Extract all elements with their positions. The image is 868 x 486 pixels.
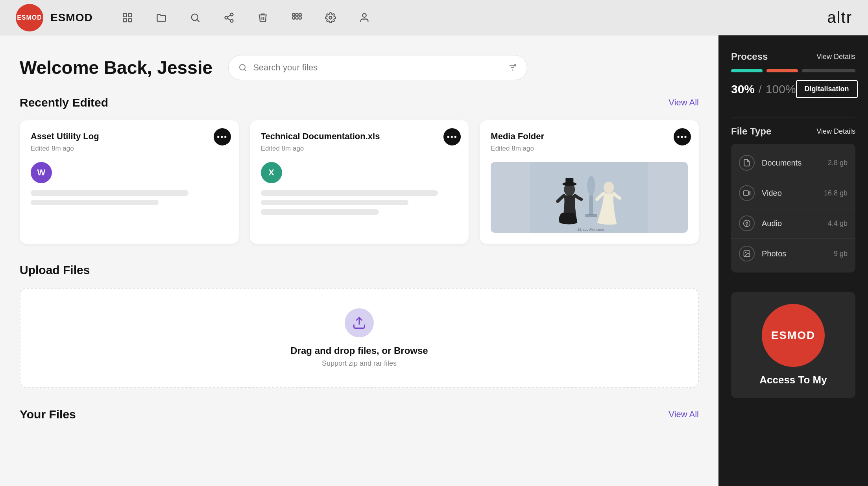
file-type-item-audio: Audio 4.4 gb xyxy=(731,208,855,239)
file-type-title: File Type xyxy=(731,126,771,137)
svg-point-8 xyxy=(230,19,233,22)
your-files-title: Your Files xyxy=(20,408,76,421)
file-type-header: File Type View Details xyxy=(731,126,855,137)
documents-size: 2.8 gb xyxy=(828,159,848,167)
top-row: Welcome Back, Jessie xyxy=(20,55,699,80)
digitalization-button[interactable]: Digitalisation xyxy=(796,80,858,98)
brand-logo: ESMOD xyxy=(16,4,43,31)
svg-rect-36 xyxy=(744,191,749,195)
filter-icon[interactable] xyxy=(508,63,517,72)
file-type-item-photos: Photos 9 gb xyxy=(731,239,855,269)
search-input[interactable] xyxy=(253,63,502,73)
process-separator: / xyxy=(759,83,762,96)
upload-section-header: Upload Files xyxy=(20,263,699,277)
card-menu-button-1[interactable]: ••• xyxy=(214,128,231,145)
file-type-view-details[interactable]: View Details xyxy=(816,127,855,136)
panel-divider-1 xyxy=(731,118,855,118)
file-type-item-video: Video 16.8 gb xyxy=(731,178,855,208)
file-card-title-3: Media Folder xyxy=(491,131,688,142)
your-files-view-all[interactable]: View All xyxy=(669,409,699,420)
file-card-title-2: Technical Documentation.xls xyxy=(261,131,458,142)
video-size: 16.8 gb xyxy=(824,189,848,197)
file-card-title-1: Asset Utility Log xyxy=(31,131,228,142)
upload-main-text: Drag and drop files, or Browse xyxy=(290,345,428,356)
file-card-avatar-2: X xyxy=(261,162,282,183)
search-bar[interactable] xyxy=(228,55,527,80)
upload-area[interactable]: Drag and drop files, or Browse Support z… xyxy=(20,288,699,388)
svg-rect-15 xyxy=(295,17,298,19)
nav-apps-icon[interactable] xyxy=(290,11,304,25)
process-bars xyxy=(731,69,855,72)
card-line xyxy=(31,200,159,205)
svg-point-31 xyxy=(587,176,595,195)
top-navigation: ESMOD ESMOD altr xyxy=(0,0,868,35)
welcome-heading: Welcome Back, Jessie xyxy=(20,57,212,78)
nav-search-icon[interactable] xyxy=(188,11,202,25)
svg-point-30 xyxy=(604,182,614,193)
card-menu-button-2[interactable]: ••• xyxy=(443,128,461,145)
card-menu-button-3[interactable]: ••• xyxy=(674,128,691,145)
process-percent: 30% xyxy=(731,83,755,96)
photos-icon xyxy=(739,246,755,261)
card-line xyxy=(261,200,409,205)
svg-line-20 xyxy=(245,70,246,71)
upload-sub-text: Support zip and rar files xyxy=(322,359,397,368)
svg-rect-29 xyxy=(566,178,574,184)
video-icon xyxy=(739,185,755,201)
nav-folder-icon[interactable] xyxy=(154,11,168,25)
svg-point-24 xyxy=(514,64,516,66)
logo-area: ESMOD ESMOD xyxy=(16,4,93,31)
svg-rect-3 xyxy=(128,18,131,22)
process-bar-gray xyxy=(802,69,855,72)
svg-rect-32 xyxy=(589,195,593,215)
documents-label: Documents xyxy=(762,158,821,168)
process-header: Process View Details xyxy=(731,51,855,62)
svg-rect-1 xyxy=(128,13,131,17)
vintage-illustration: 15, rue Richelieu xyxy=(491,162,688,233)
svg-point-39 xyxy=(746,223,748,225)
svg-point-18 xyxy=(362,13,366,17)
file-type-list: Documents 2.8 gb Video 16.8 gb xyxy=(731,144,855,272)
audio-label: Audio xyxy=(762,219,821,228)
recently-edited-title: Recently Edited xyxy=(20,96,108,109)
svg-point-19 xyxy=(240,64,245,70)
file-card-technical: ••• Technical Documentation.xls Edited 8… xyxy=(250,120,469,244)
promo-logo-circle: ESMOD xyxy=(762,304,825,367)
video-label: Video xyxy=(762,189,817,198)
nav-settings-icon[interactable] xyxy=(323,11,338,25)
brand-name: ESMOD xyxy=(50,11,93,24)
nav-grid-icon[interactable] xyxy=(120,11,135,25)
svg-line-9 xyxy=(227,18,231,20)
process-view-details[interactable]: View Details xyxy=(816,53,855,61)
svg-rect-11 xyxy=(292,13,295,16)
card-line xyxy=(261,209,379,215)
svg-line-5 xyxy=(197,20,199,22)
svg-rect-16 xyxy=(299,17,301,19)
process-bar-coral xyxy=(766,69,798,72)
upload-section: Upload Files Drag and drop files, or Bro… xyxy=(20,263,699,388)
nav-trash-icon[interactable] xyxy=(256,11,270,25)
upload-icon-circle xyxy=(345,308,374,337)
your-files-header: Your Files View All xyxy=(20,408,699,421)
recently-edited-view-all[interactable]: View All xyxy=(669,98,699,108)
process-total: 100% xyxy=(766,83,796,96)
svg-rect-0 xyxy=(123,13,126,17)
process-title: Process xyxy=(731,51,768,62)
svg-rect-14 xyxy=(292,17,295,19)
nav-share-icon[interactable] xyxy=(222,11,236,25)
svg-point-4 xyxy=(191,14,198,20)
svg-point-43 xyxy=(745,252,746,253)
file-card-lines-1 xyxy=(31,190,228,205)
process-bar-teal xyxy=(731,69,763,72)
documents-icon xyxy=(739,155,755,171)
svg-text:15, rue Richelieu: 15, rue Richelieu xyxy=(578,228,604,232)
svg-rect-33 xyxy=(585,214,597,217)
search-icon xyxy=(238,63,247,72)
upload-title: Upload Files xyxy=(20,263,90,277)
nav-user-icon[interactable] xyxy=(357,11,371,25)
right-panel: Process View Details 30% / 100% Digitali… xyxy=(718,35,868,486)
svg-rect-2 xyxy=(123,18,126,22)
card-line xyxy=(31,190,188,196)
photos-label: Photos xyxy=(762,249,827,258)
svg-point-6 xyxy=(230,13,233,16)
